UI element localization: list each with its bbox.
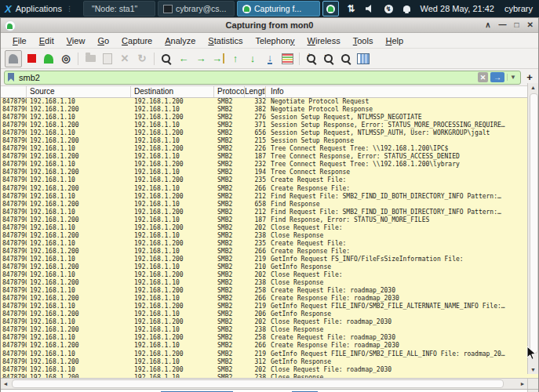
packet-row[interactable]: 8478790…192.168.1.200192.168.1.10SMB2210… bbox=[1, 263, 538, 271]
power-icon[interactable] bbox=[384, 5, 393, 13]
close-button[interactable]: ✕ bbox=[527, 21, 534, 29]
filter-add-button[interactable]: + bbox=[524, 71, 535, 83]
packet-row[interactable]: 8478790…192.168.1.10192.168.1.200SMB2232… bbox=[1, 161, 538, 169]
packet-row[interactable]: 8478790…192.168.1.200192.168.1.10SMB2266… bbox=[1, 342, 538, 350]
capture-restart-icon[interactable] bbox=[41, 51, 56, 67]
packet-row[interactable]: 8478790…192.168.1.10192.168.1.200SMB2219… bbox=[1, 350, 538, 358]
zoom-in-icon[interactable]: + bbox=[304, 51, 319, 67]
packet-row[interactable]: 8478790…192.168.1.10192.168.1.200SMB2235… bbox=[1, 176, 538, 184]
packet-row[interactable]: 8478790…192.168.1.10192.168.1.200SMB2258… bbox=[1, 334, 538, 342]
scroll-down-icon[interactable]: ▼ bbox=[528, 365, 538, 374]
scroll-right-icon[interactable]: ► bbox=[518, 381, 527, 387]
volume-icon[interactable] bbox=[366, 5, 374, 13]
packet-row[interactable]: 8478790…192.168.1.200192.168.1.10SMB2194… bbox=[1, 169, 538, 176]
window-titlebar[interactable]: Capturing from mon0 ∧—□✕ bbox=[1, 18, 538, 33]
filter-clear-icon[interactable]: ✕ bbox=[478, 72, 488, 82]
clock[interactable]: Wed 28 May, 21:42 bbox=[421, 4, 494, 13]
filter-input[interactable] bbox=[19, 73, 478, 82]
menu-edit[interactable]: Edit bbox=[34, 35, 60, 46]
zoom-100-icon[interactable] bbox=[338, 51, 354, 67]
capture-options-icon[interactable]: ◎ bbox=[58, 51, 74, 67]
taskbar-item-capturing-f-[interactable]: Capturing f... bbox=[237, 1, 320, 16]
goto-packet-icon[interactable]: → bbox=[210, 51, 226, 67]
packet-row[interactable]: 8478790…192.168.1.10192.168.1.200SMB2235… bbox=[1, 240, 538, 248]
taskbar-item[interactable] bbox=[322, 1, 339, 16]
packet-row[interactable]: 8478790…192.168.1.10192.168.1.200SMB2202… bbox=[1, 366, 538, 374]
menu-help[interactable]: Help bbox=[380, 35, 409, 46]
find-packet-icon[interactable] bbox=[158, 51, 174, 67]
packet-row[interactable]: 8478790…192.168.1.200192.168.1.10SMB2266… bbox=[1, 185, 538, 193]
scroll-up-icon[interactable]: ▲ bbox=[528, 83, 538, 92]
packet-row[interactable]: 8478790…192.168.1.200192.168.1.10SMB2266… bbox=[1, 295, 538, 303]
column-header-time[interactable] bbox=[1, 86, 27, 97]
packet-row[interactable]: 8478790…192.168.1.10192.168.1.200SMB2212… bbox=[1, 209, 538, 216]
menu-capture[interactable]: Capture bbox=[116, 35, 158, 46]
maximize-button[interactable]: □ bbox=[515, 21, 519, 29]
packet-row[interactable]: 8478790…192.168.1.10192.168.1.200SMB2219… bbox=[1, 256, 538, 263]
column-header-info[interactable]: Info bbox=[266, 86, 538, 97]
taskbar-item--node-sta1-[interactable]: "Node: sta1" bbox=[83, 1, 155, 16]
shade-button[interactable]: ∧ bbox=[485, 21, 490, 29]
packet-row[interactable]: 8478790…192.168.1.10192.168.1.200SMB2202… bbox=[1, 271, 538, 279]
vertical-scrollbar[interactable]: ▲ ▼ bbox=[527, 83, 538, 374]
column-header-length[interactable]: Length bbox=[245, 86, 266, 97]
filter-apply-icon[interactable]: → bbox=[490, 72, 504, 82]
packet-row[interactable]: 8478790…192.168.1.10192.168.1.200SMB2332… bbox=[1, 98, 538, 106]
packet-row[interactable]: 8478790…192.168.1.200192.168.1.10SMB2187… bbox=[1, 216, 538, 224]
menu-file[interactable]: File bbox=[7, 35, 32, 46]
packet-row[interactable]: 8478790…192.168.1.10192.168.1.200SMB2258… bbox=[1, 287, 538, 295]
menu-statistics[interactable]: Statistics bbox=[202, 35, 248, 46]
autoscroll-icon[interactable]: ↓ bbox=[262, 51, 278, 67]
packet-row[interactable]: 8478790…192.168.1.200192.168.1.10SMB2266… bbox=[1, 248, 538, 256]
packet-row[interactable]: 8478790…192.168.1.10192.168.1.200SMB2656… bbox=[1, 129, 538, 137]
notifications-icon[interactable] bbox=[403, 5, 410, 12]
menu-view[interactable]: View bbox=[61, 35, 91, 46]
zoom-out-icon[interactable]: − bbox=[321, 51, 337, 67]
packet-row[interactable]: 8478790…192.168.1.10192.168.1.200SMB2219… bbox=[1, 303, 538, 310]
packet-row[interactable]: 8478790…192.168.1.200192.168.1.10SMB2238… bbox=[1, 326, 538, 334]
previous-packet-icon[interactable]: ← bbox=[176, 51, 191, 67]
packet-row[interactable]: 8478790…192.168.1.10192.168.1.200SMB2202… bbox=[1, 318, 538, 326]
last-packet-icon[interactable]: ↓ bbox=[245, 51, 260, 67]
network-icon[interactable] bbox=[348, 3, 355, 14]
packet-row[interactable]: 8478790…192.168.1.200192.168.1.10SMB2238… bbox=[1, 232, 538, 240]
capture-stop-icon[interactable] bbox=[24, 51, 39, 67]
scroll-left-icon[interactable]: ◄ bbox=[1, 381, 10, 387]
vertical-scroll-thumb[interactable] bbox=[530, 93, 538, 354]
colorize-icon[interactable] bbox=[279, 51, 295, 67]
menu-telephony[interactable]: Telephony bbox=[249, 35, 300, 46]
menu-analyze[interactable]: Analyze bbox=[159, 35, 201, 46]
packet-row[interactable]: 8478790…192.168.1.10192.168.1.200SMB2202… bbox=[1, 224, 538, 232]
horizontal-scroll-thumb[interactable] bbox=[12, 379, 504, 388]
packet-row[interactable]: 8478790…192.168.1.10192.168.1.200SMB2226… bbox=[1, 145, 538, 153]
horizontal-scroll-track[interactable] bbox=[10, 379, 518, 389]
filter-bookmark-icon[interactable] bbox=[8, 73, 14, 82]
taskbar-item-cybrary-cs-[interactable]: cybrary@cs... bbox=[158, 1, 235, 16]
menu-wireless[interactable]: Wireless bbox=[302, 35, 346, 46]
minimize-button[interactable]: — bbox=[499, 21, 507, 29]
packet-row[interactable]: 8478790…192.168.1.200192.168.1.10SMB2206… bbox=[1, 310, 538, 318]
packet-row[interactable]: 8478790…192.168.1.10192.168.1.200SMB2276… bbox=[1, 114, 538, 122]
packet-row[interactable]: 8478790…192.168.1.10192.168.1.200SMB2212… bbox=[1, 193, 538, 201]
packet-row[interactable]: 8478790…192.168.1.200192.168.1.10SMB2238… bbox=[1, 279, 538, 287]
column-header-source[interactable]: Source bbox=[27, 86, 131, 97]
column-header-protocol[interactable]: Protocol bbox=[214, 86, 245, 97]
horizontal-scrollbar[interactable]: ◄ ► bbox=[1, 378, 538, 389]
resize-columns-icon[interactable] bbox=[355, 51, 371, 67]
packet-row[interactable]: 8478790…192.168.1.200192.168.1.10SMB2658… bbox=[1, 201, 538, 209]
applications-menu[interactable]: X Applications ⋮ bbox=[0, 0, 83, 17]
first-packet-icon[interactable]: ↑ bbox=[228, 51, 243, 67]
menu-go[interactable]: Go bbox=[92, 35, 115, 46]
menu-tools[interactable]: Tools bbox=[348, 35, 379, 46]
column-header-destination[interactable]: Destination bbox=[131, 86, 214, 97]
packet-row[interactable]: 8478790…192.168.1.200192.168.1.10SMB2215… bbox=[1, 137, 538, 145]
filter-dropdown-icon[interactable]: ▼ bbox=[507, 74, 519, 81]
packet-row[interactable]: 8478790…192.168.1.200192.168.1.10SMB2187… bbox=[1, 153, 538, 161]
display-filter-field[interactable]: ✕ → ▼ bbox=[4, 71, 521, 85]
packet-row[interactable]: 8478790…192.168.1.200192.168.1.10SMB2312… bbox=[1, 358, 538, 366]
hex-view[interactable]: 0010 00 6c 6c 09 c0 00 dc 00 00 00 08 01… bbox=[1, 389, 538, 392]
capture-start-icon[interactable] bbox=[5, 50, 22, 67]
next-packet-icon[interactable]: → bbox=[193, 51, 209, 67]
packet-row[interactable]: 8478790…192.168.1.200192.168.1.10SMB2371… bbox=[1, 122, 538, 129]
packet-row[interactable]: 8478790…192.168.1.200192.168.1.10SMB2382… bbox=[1, 106, 538, 114]
